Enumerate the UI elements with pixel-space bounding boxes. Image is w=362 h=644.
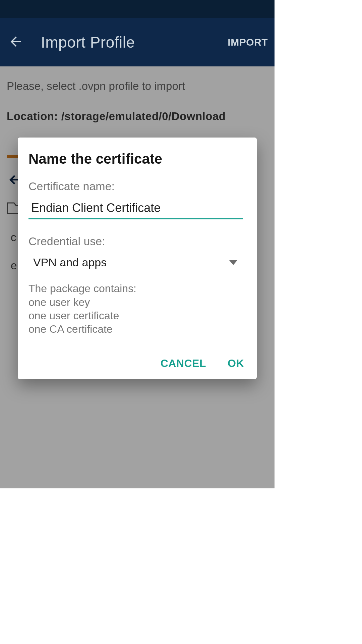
app-bar: Import Profile IMPORT <box>0 18 275 66</box>
dialog-buttons: CANCEL OK <box>28 357 246 370</box>
import-button[interactable]: IMPORT <box>228 37 268 48</box>
package-item: one user certificate <box>28 309 246 322</box>
package-item: one user key <box>28 296 246 309</box>
cert-name-input[interactable] <box>28 199 243 219</box>
package-item: one CA certificate <box>28 322 246 336</box>
arrow-left-icon <box>8 34 23 51</box>
status-bar <box>0 0 275 18</box>
cert-name-label: Certificate name: <box>28 180 246 193</box>
ok-button[interactable]: OK <box>228 357 244 370</box>
certificate-dialog: Name the certificate Certificate name: C… <box>18 138 257 379</box>
back-button[interactable] <box>4 31 27 54</box>
credential-use-select[interactable]: VPN and apps <box>28 254 246 270</box>
chevron-down-icon <box>229 260 237 265</box>
credential-use-label: Credential use: <box>28 235 246 248</box>
cancel-button[interactable]: CANCEL <box>161 357 206 370</box>
page-title: Import Profile <box>41 33 228 51</box>
package-label: The package contains: <box>28 282 246 295</box>
dialog-title: Name the certificate <box>28 151 246 167</box>
credential-use-value: VPN and apps <box>33 256 107 269</box>
